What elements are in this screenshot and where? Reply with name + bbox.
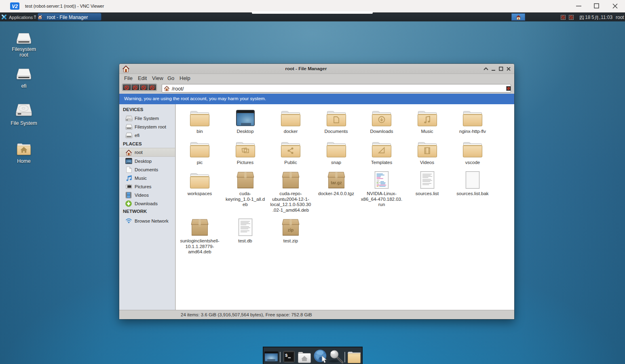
svg-text:tar.gz: tar.gz xyxy=(331,180,342,185)
svg-text:$: $ xyxy=(285,353,288,358)
svg-text:V2: V2 xyxy=(12,4,18,9)
svg-text:zip: zip xyxy=(288,227,294,232)
